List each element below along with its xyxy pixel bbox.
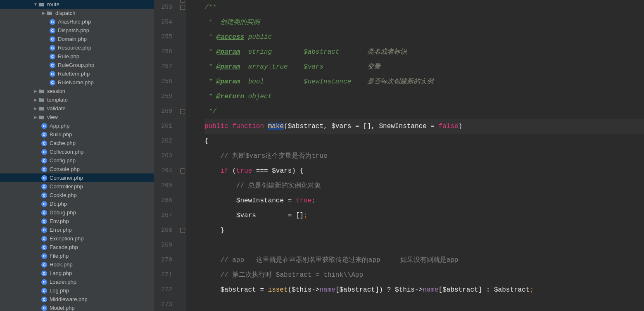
fold-marker-icon[interactable]: −: [180, 169, 185, 173]
tree-file-Config.php[interactable]: CConfig.php: [0, 156, 154, 165]
line-number: 272: [154, 283, 172, 297]
tree-file-Loader.php[interactable]: CLoader.php: [0, 278, 154, 286]
tree-arrow-icon[interactable]: [33, 2, 38, 7]
tree-arrow-icon[interactable]: [33, 106, 38, 111]
tree-item-label: AliasRule.php: [58, 19, 91, 25]
tree-file-Hook.php[interactable]: CHook.php: [0, 260, 154, 269]
code-line-272[interactable]: $abstract = isset($this->name[$abstract]…: [204, 283, 644, 297]
php-file-icon: C: [50, 45, 55, 51]
tree-item-label: view: [47, 114, 58, 120]
tree-file-Rule.php[interactable]: CRule.php: [0, 52, 154, 61]
tree-file-Collection.php[interactable]: CCollection.php: [0, 147, 154, 156]
code-line-273[interactable]: [204, 297, 644, 311]
tree-file-Resource.php[interactable]: CResource.php: [0, 43, 154, 52]
php-file-icon: C: [41, 305, 47, 311]
tree-folder-validate[interactable]: validate: [0, 104, 154, 113]
tree-folder-template[interactable]: template: [0, 95, 154, 104]
code-line-257[interactable]: * @param array|true $vars 变量: [204, 59, 644, 74]
tree-file-Model.php[interactable]: CModel.php: [0, 304, 154, 311]
tree-arrow-icon[interactable]: [33, 115, 38, 119]
folder-icon: [38, 1, 45, 8]
code-line-253[interactable]: /**: [204, 0, 644, 15]
fold-marker-icon[interactable]: −: [180, 109, 185, 114]
tree-file-App.php[interactable]: CApp.php: [0, 121, 154, 130]
line-number: 254: [154, 15, 172, 30]
tree-file-Debug.php[interactable]: CDebug.php: [0, 208, 154, 217]
tree-file-RuleName.php[interactable]: CRuleName.php: [0, 78, 154, 87]
tree-file-AliasRule.php[interactable]: CAliasRule.php: [0, 17, 154, 26]
tree-item-label: Lang.php: [50, 270, 72, 276]
fold-marker-icon[interactable]: −: [180, 5, 185, 10]
php-file-icon: C: [41, 192, 47, 198]
tree-file-RuleGroup.php[interactable]: CRuleGroup.php: [0, 61, 154, 69]
code-line-270[interactable]: // app 这里就是在容器别名里获取传递过来的app 如果没有则就是app: [204, 253, 644, 268]
code-line-254[interactable]: * 创建类的实例: [204, 15, 644, 30]
tree-file-Console.php[interactable]: CConsole.php: [0, 165, 154, 173]
code-line-258[interactable]: * @param bool $newInstance 是否每次创建新的实例: [204, 74, 644, 89]
tree-file-Env.php[interactable]: CEnv.php: [0, 217, 154, 226]
tree-file-Dispatch.php[interactable]: CDispatch.php: [0, 26, 154, 35]
tree-item-label: Log.php: [50, 287, 69, 294]
code-line-268[interactable]: }: [204, 223, 644, 238]
php-file-icon: C: [41, 149, 47, 155]
code-line-256[interactable]: * @param string $abstract 类名或者标识: [204, 45, 644, 59]
tree-file-Build.php[interactable]: CBuild.php: [0, 130, 154, 139]
tree-file-Lang.php[interactable]: CLang.php: [0, 269, 154, 278]
code-line-266[interactable]: $newInstance = true;: [204, 193, 644, 208]
code-line-265[interactable]: // 总是创建新的实例化对象: [204, 178, 644, 193]
tree-file-File.php[interactable]: CFile.php: [0, 252, 154, 260]
code-line-262[interactable]: {: [204, 134, 644, 149]
php-file-icon: C: [41, 158, 47, 164]
tree-file-RuleItem.php[interactable]: CRuleItem.php: [0, 69, 154, 78]
code-line-260[interactable]: */: [204, 104, 644, 119]
folder-icon: [46, 10, 53, 17]
php-file-icon: C: [41, 271, 47, 276]
line-number: 270: [154, 253, 172, 268]
code-line-264[interactable]: if (true === $vars) {: [204, 164, 644, 178]
tree-item-label: Db.php: [50, 201, 67, 207]
tree-file-Cache.php[interactable]: CCache.php: [0, 139, 154, 147]
tree-item-label: Controller.php: [50, 183, 83, 190]
line-number: 271: [154, 268, 172, 283]
folder-icon: [38, 97, 45, 103]
php-file-icon: C: [41, 175, 47, 181]
php-file-icon: C: [41, 245, 47, 250]
line-number: 268: [154, 223, 172, 238]
php-file-icon: C: [41, 184, 47, 190]
php-file-icon: C: [41, 166, 47, 172]
code-line-271[interactable]: // 第二次执行时 $abstract = think\\App: [204, 268, 644, 283]
tree-file-Middleware.php[interactable]: CMiddleware.php: [0, 295, 154, 304]
code-line-261[interactable]: public function make($abstract, $vars = …: [204, 119, 644, 134]
tree-file-Cookie.php[interactable]: CCookie.php: [0, 191, 154, 199]
tree-folder-session[interactable]: session: [0, 87, 154, 95]
tree-file-Error.php[interactable]: CError.php: [0, 226, 154, 234]
tree-file-Controller.php[interactable]: CController.php: [0, 182, 154, 191]
php-file-icon: C: [41, 218, 47, 224]
php-file-icon: C: [50, 36, 55, 42]
code-line-259[interactable]: * @return object: [204, 89, 644, 104]
tree-arrow-icon[interactable]: [33, 97, 38, 102]
line-number-gutter: 2532542552562572582592602612622632642652…: [154, 0, 179, 311]
tree-file-Db.php[interactable]: CDb.php: [0, 199, 154, 208]
code-line-255[interactable]: * @access public: [204, 30, 644, 45]
fold-marker-icon[interactable]: −: [180, 0, 185, 2]
tree-file-Exception.php[interactable]: CException.php: [0, 234, 154, 243]
code-line-269[interactable]: [204, 238, 644, 253]
tree-file-Facade.php[interactable]: CFacade.php: [0, 243, 154, 252]
tree-folder-dispatch[interactable]: dispatch: [0, 9, 154, 17]
code-line-267[interactable]: $vars = [];: [204, 208, 644, 223]
code-editor[interactable]: 2532542552562572582592602612622632642652…: [154, 0, 644, 311]
tree-folder-view[interactable]: view: [0, 113, 154, 121]
tree-file-Container.php[interactable]: CContainer.php: [0, 173, 154, 182]
tree-item-label: Config.php: [50, 157, 76, 164]
tree-file-Domain.php[interactable]: CDomain.php: [0, 35, 154, 43]
tree-arrow-icon[interactable]: [41, 11, 46, 15]
code-line-263[interactable]: // 判断$vars这个变量是否为true: [204, 149, 644, 164]
code-area[interactable]: /** * 创建类的实例 * @access public * @param s…: [186, 0, 644, 311]
tree-folder-route[interactable]: route: [0, 0, 154, 9]
tree-arrow-icon[interactable]: [33, 89, 38, 93]
fold-marker-icon[interactable]: −: [180, 228, 185, 233]
project-tree-sidebar[interactable]: routedispatchCAliasRule.phpCDispatch.php…: [0, 0, 154, 311]
tree-file-Log.php[interactable]: CLog.php: [0, 286, 154, 295]
fold-column[interactable]: −−−−−: [179, 0, 186, 311]
